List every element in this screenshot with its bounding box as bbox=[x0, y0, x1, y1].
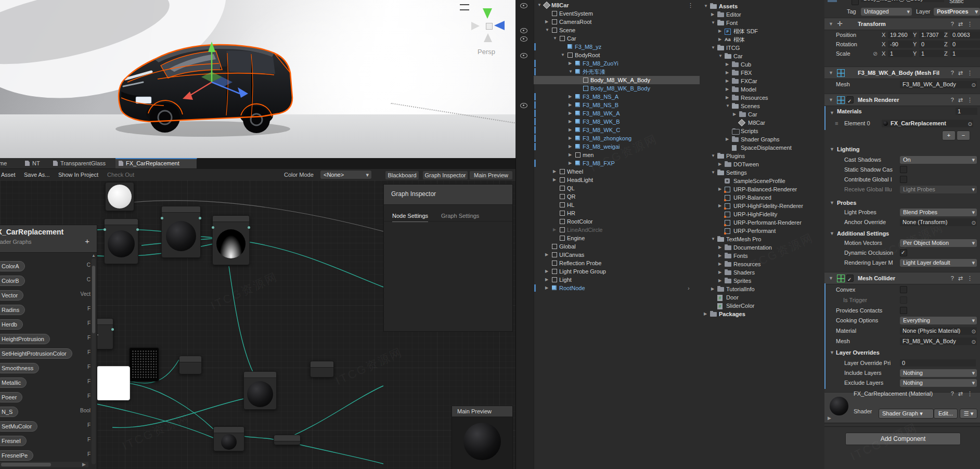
blackboard-property-pill[interactable]: Fresnel bbox=[0, 436, 27, 446]
project-row[interactable]: ▶Sprites bbox=[700, 277, 824, 285]
drag-handle-icon[interactable]: ≡ bbox=[835, 119, 838, 127]
gizmo-center-cube[interactable] bbox=[486, 23, 493, 30]
hierarchy-row[interactable]: ▶CameraRoot bbox=[534, 18, 700, 26]
graph-tab-nt[interactable]: NT bbox=[22, 158, 51, 168]
project-row[interactable]: #SliderColor bbox=[700, 302, 824, 310]
project-row[interactable]: ▶FBX bbox=[700, 69, 824, 77]
toolbar-toggle-graph-inspector[interactable]: Graph Inspector bbox=[422, 171, 468, 180]
foldout-arrow-icon[interactable]: ▶ bbox=[569, 109, 572, 118]
foldout-arrow-icon[interactable]: ▶ bbox=[569, 134, 572, 142]
motion-vectors-dropdown[interactable]: Per Object Motion bbox=[900, 239, 977, 247]
graph-node[interactable] bbox=[97, 366, 130, 400]
graph-node[interactable] bbox=[274, 435, 301, 445]
hierarchy-row[interactable]: ▶F3_M8_weigai bbox=[534, 142, 700, 151]
orientation-gizmo[interactable]: Persp bbox=[467, 3, 512, 57]
toolbar-item-show-in-project[interactable]: Show In Project bbox=[58, 169, 98, 180]
scale-y-field[interactable]: 1 bbox=[919, 50, 944, 57]
foldout-arrow-icon[interactable]: ▶ bbox=[718, 268, 721, 277]
gizmo-x-axis-cone[interactable] bbox=[471, 22, 480, 30]
object-picker-icon[interactable]: ⊙ bbox=[968, 120, 972, 127]
graph-node[interactable] bbox=[179, 356, 202, 374]
project-row[interactable]: SampleSceneProfile bbox=[700, 177, 824, 185]
project-row[interactable]: SpaceDisplacement bbox=[700, 144, 824, 152]
foldout-arrow-icon[interactable]: ▼ bbox=[711, 19, 715, 27]
hierarchy-row[interactable]: Body_M8_WK_B_Body bbox=[534, 84, 700, 93]
foldout-arrow-icon[interactable]: ▼ bbox=[830, 229, 834, 238]
hierarchy-row[interactable]: Reflection Probe bbox=[534, 259, 700, 267]
kebab-menu-icon[interactable]: ⋮ bbox=[688, 1, 693, 9]
project-row[interactable]: ▶URP-HighFidelity-Renderer bbox=[700, 202, 824, 210]
project-row[interactable]: M8Car bbox=[700, 119, 824, 127]
hierarchy-row[interactable]: ▶Light bbox=[534, 276, 700, 284]
cast-shadows-dropdown[interactable]: On bbox=[900, 156, 977, 164]
scrollbar-up-arrow-icon[interactable]: ▲ bbox=[92, 253, 96, 258]
foldout-arrow-icon[interactable]: ▶ bbox=[726, 60, 729, 69]
foldout-arrow-icon[interactable]: ▶ bbox=[545, 276, 548, 284]
project-row[interactable]: ▼Font bbox=[700, 19, 824, 27]
foldout-arrow-icon[interactable]: ▼ bbox=[726, 102, 730, 110]
hierarchy-row[interactable]: ▶F3_M8_ZuoYi bbox=[534, 59, 700, 68]
material-list-button[interactable]: ☰ ▾ bbox=[960, 409, 977, 419]
add-component-button[interactable]: Add Component bbox=[845, 433, 961, 445]
foldout-arrow-icon[interactable]: ▶ bbox=[718, 202, 721, 210]
foldout-arrow-icon[interactable]: ▶ bbox=[726, 135, 729, 144]
lighting-section-label[interactable]: Lighting bbox=[837, 145, 859, 153]
visibility-eye-icon[interactable] bbox=[520, 3, 527, 8]
tag-dropdown[interactable]: Untagged bbox=[861, 8, 912, 16]
light-probes-dropdown[interactable]: Blend Probes bbox=[900, 209, 977, 216]
foldout-arrow-icon[interactable]: ▼ bbox=[830, 348, 834, 357]
foldout-arrow-icon[interactable]: ▶ bbox=[726, 69, 729, 77]
blackboard-property-pill[interactable]: FresnelPe bbox=[0, 450, 33, 461]
hierarchy-row[interactable]: ▶F3_M8_FXP bbox=[534, 159, 700, 167]
rotation-z-field[interactable]: 0 bbox=[950, 41, 980, 48]
hierarchy-row[interactable]: ▼BodyRoot bbox=[534, 51, 700, 59]
foldout-arrow-icon[interactable]: ▶ bbox=[545, 18, 548, 26]
position-y-field[interactable]: 1.7307 bbox=[919, 31, 944, 38]
component-enabled-checkbox[interactable] bbox=[846, 96, 854, 103]
project-row[interactable]: ▼Assets bbox=[700, 2, 824, 10]
hierarchy-row[interactable]: ▶LineAndCircle bbox=[534, 226, 700, 234]
project-panel[interactable]: ▼Assets▶Editor▼Font▶F楷体 SDF▶Aa楷体▼ITCG▼Ca… bbox=[700, 0, 826, 469]
foldout-arrow-icon[interactable]: ▼ bbox=[829, 18, 833, 30]
hierarchy-row[interactable]: ▶F3_M8_WK_B bbox=[534, 118, 700, 126]
graph-node[interactable] bbox=[212, 215, 250, 265]
color-mode-dropdown[interactable]: <None> bbox=[320, 171, 371, 179]
gameobject-name-field[interactable]: Body_M8_WK_A_Body bbox=[861, 0, 944, 2]
include-layers-dropdown[interactable]: Nothing bbox=[900, 369, 977, 377]
foldout-arrow-icon[interactable]: ▼ bbox=[545, 26, 549, 34]
project-row[interactable]: ▼Plugins bbox=[700, 152, 824, 160]
object-picker-icon[interactable]: ⊙ bbox=[972, 338, 976, 345]
toolbar-item-save-as-[interactable]: Save As... bbox=[24, 169, 50, 180]
foldout-arrow-icon[interactable]: ▶ bbox=[553, 167, 556, 176]
hierarchy-row[interactable]: ▶F3_M8_WK_A bbox=[534, 109, 700, 118]
gizmo-z-axis-cone[interactable] bbox=[494, 21, 505, 30]
toolbar-item-asset[interactable]: Asset bbox=[1, 169, 16, 180]
add-material-button[interactable]: + bbox=[942, 131, 956, 140]
hierarchy-row[interactable]: ▶F3_M8_NS_A bbox=[534, 93, 700, 101]
project-row[interactable]: ▶Cub bbox=[700, 60, 824, 69]
main-preview-header[interactable]: Main Preview bbox=[452, 406, 512, 417]
remove-material-button[interactable]: − bbox=[957, 131, 970, 140]
blackboard-property-pill[interactable]: Poeer bbox=[0, 392, 22, 402]
foldout-arrow-icon[interactable]: ▶ bbox=[569, 126, 572, 134]
foldout-arrow-icon[interactable]: ▶ bbox=[545, 267, 548, 276]
blackboard-property-pill[interactable]: Radins bbox=[0, 305, 25, 315]
rendering-layer-dropdown[interactable]: Light Layer default bbox=[900, 259, 977, 267]
foldout-arrow-icon[interactable]: ▶ bbox=[569, 118, 572, 126]
graph-inspector-panel[interactable]: Graph Inspector Node Settings Graph Sett… bbox=[383, 184, 513, 332]
toolbar-toggle-main-preview[interactable]: Main Preview bbox=[469, 171, 513, 180]
project-row[interactable]: ▶DOTween bbox=[700, 160, 824, 168]
graph-inspector-header[interactable]: Graph Inspector bbox=[384, 185, 512, 205]
hierarchy-row[interactable]: EventSystem bbox=[534, 9, 700, 18]
foldout-arrow-icon[interactable]: ▼ bbox=[711, 168, 715, 177]
static-shadow-caster-checkbox[interactable] bbox=[900, 166, 907, 173]
foldout-arrow-icon[interactable]: ▶ bbox=[553, 176, 556, 184]
position-x-field[interactable]: 19.260 bbox=[888, 31, 913, 38]
blackboard-property-pill[interactable]: HeightProtrusion bbox=[0, 334, 50, 344]
project-row[interactable]: ▶URP-Balanced-Renderer bbox=[700, 185, 824, 193]
foldout-arrow-icon[interactable]: ▼ bbox=[711, 235, 715, 243]
foldout-arrow-icon[interactable]: ▶ bbox=[718, 260, 721, 268]
project-row[interactable]: ▶Fonts bbox=[700, 252, 824, 260]
blackboard-property-pill[interactable]: Metallic bbox=[0, 377, 27, 388]
hierarchy-row[interactable]: HL bbox=[534, 201, 700, 209]
